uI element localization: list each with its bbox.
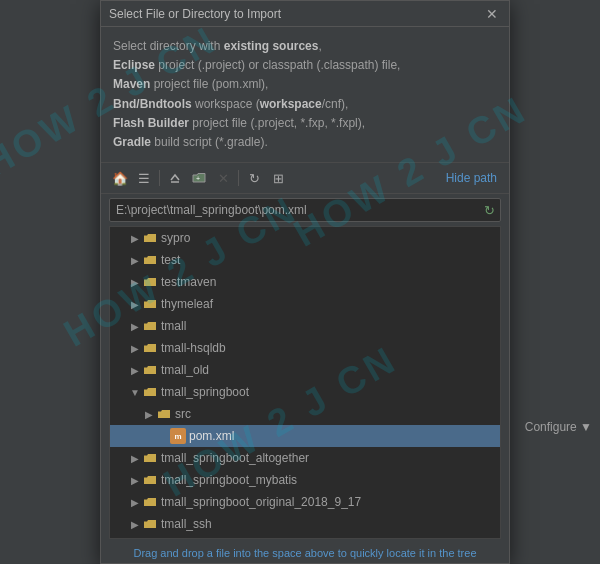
tree-item-thymeleaf[interactable]: ▶ thymeleaf: [110, 293, 500, 315]
tree-item-sypro[interactable]: ▶ sypro: [110, 227, 500, 249]
toolbar: 🏠 ☰ + ✕ ↻ ⊞ Hide path: [101, 163, 509, 194]
label-tmall: tmall: [161, 319, 186, 333]
path-bar: ↻: [109, 198, 501, 222]
arrow-pom-xml: [156, 429, 170, 443]
arrow-thymeleaf: ▶: [128, 297, 142, 311]
arrow-src: ▶: [142, 407, 156, 421]
svg-text:+: +: [196, 175, 200, 182]
arrow-testmaven: ▶: [128, 275, 142, 289]
tree-item-tmall-springboot-mybatis[interactable]: ▶ tmall_springboot_mybatis: [110, 469, 500, 491]
folder-icon-thymeleaf: [142, 296, 158, 312]
import-dialog: Select File or Directory to Import ✕ Sel…: [100, 0, 510, 564]
refresh-button[interactable]: ↻: [243, 167, 265, 189]
tree-item-tmall[interactable]: ▶ tmall: [110, 315, 500, 337]
tree-item-src[interactable]: ▶ src: [110, 403, 500, 425]
folder-icon-sypro: [142, 230, 158, 246]
folder-icon-test: [142, 252, 158, 268]
label-thymeleaf: thymeleaf: [161, 297, 213, 311]
new-folder-icon: +: [192, 172, 206, 184]
home-button[interactable]: 🏠: [109, 167, 131, 189]
tree-item-test[interactable]: ▶ test: [110, 249, 500, 271]
arrow-tmall-springboot-mybatis: ▶: [128, 473, 142, 487]
path-input[interactable]: [110, 200, 478, 220]
label-pom-xml: pom.xml: [189, 429, 234, 443]
arrow-tmall: ▶: [128, 319, 142, 333]
label-sypro: sypro: [161, 231, 190, 245]
arrow-tmall-springboot-original: ▶: [128, 495, 142, 509]
pom-file-icon: m: [170, 428, 186, 444]
folder-icon-tmall-springboot-original: [142, 494, 158, 510]
label-tmall-springboot-mybatis: tmall_springboot_mybatis: [161, 473, 297, 487]
folder-icon-testmaven: [142, 274, 158, 290]
close-button[interactable]: ✕: [483, 5, 501, 23]
label-test: test: [161, 253, 180, 267]
dialog-title: Select File or Directory to Import: [109, 7, 281, 21]
dialog-titlebar: Select File or Directory to Import ✕: [101, 1, 509, 27]
arrow-test: ▶: [128, 253, 142, 267]
tree-item-tmall-springboot-altogether[interactable]: ▶ tmall_springboot_altogether: [110, 447, 500, 469]
tree-item-tmall-ssh-hsqldb[interactable]: ▶ tmall_ssh_hsqldb: [110, 535, 500, 539]
label-tmall-springboot: tmall_springboot: [161, 385, 249, 399]
tree-item-tmall-springboot[interactable]: ▼ tmall_springboot: [110, 381, 500, 403]
status-bar: Drag and drop a file into the space abov…: [101, 543, 509, 563]
tree-item-tmall-springboot-original[interactable]: ▶ tmall_springboot_original_2018_9_17: [110, 491, 500, 513]
tree-item-pom-xml[interactable]: m pom.xml: [110, 425, 500, 447]
up-button[interactable]: [164, 167, 186, 189]
list-view-button[interactable]: ☰: [133, 167, 155, 189]
right-panel: Configure ▼: [510, 420, 600, 434]
tree-item-testmaven[interactable]: ▶ testmaven: [110, 271, 500, 293]
folder-icon-tmall: [142, 318, 158, 334]
toolbar-left: 🏠 ☰ + ✕ ↻ ⊞: [109, 167, 289, 189]
delete-button[interactable]: ✕: [212, 167, 234, 189]
grid-view-button[interactable]: ⊞: [267, 167, 289, 189]
folder-icon-tmall-springboot: [142, 384, 158, 400]
label-tmall-springboot-altogether: tmall_springboot_altogether: [161, 451, 309, 465]
separator-2: [238, 170, 239, 186]
folder-icon-tmall-springboot-mybatis: [142, 472, 158, 488]
folder-icon-tmall-ssh-hsqldb: [142, 538, 158, 539]
arrow-tmall-springboot: ▼: [128, 385, 142, 399]
folder-icon-src: [156, 406, 172, 422]
arrow-tmall-old: ▶: [128, 363, 142, 377]
label-testmaven: testmaven: [161, 275, 216, 289]
arrow-tmall-hsqldb: ▶: [128, 341, 142, 355]
label-tmall-old: tmall_old: [161, 363, 209, 377]
configure-button[interactable]: Configure ▼: [525, 420, 592, 434]
label-tmall-hsqldb: tmall-hsqldb: [161, 341, 226, 355]
hide-path-button[interactable]: Hide path: [442, 171, 501, 185]
arrow-sypro: ▶: [128, 231, 142, 245]
tree-item-tmall-hsqldb[interactable]: ▶ tmall-hsqldb: [110, 337, 500, 359]
up-icon: [169, 172, 181, 184]
separator-1: [159, 170, 160, 186]
folder-icon-tmall-ssh: [142, 516, 158, 532]
file-tree[interactable]: ▶ sypro ▶ test ▶ testmaven ▶: [109, 226, 501, 539]
tree-item-tmall-old[interactable]: ▶ tmall_old: [110, 359, 500, 381]
arrow-tmall-springboot-altogether: ▶: [128, 451, 142, 465]
folder-icon-tmall-hsqldb: [142, 340, 158, 356]
dialog-description: Select directory with existing sources, …: [101, 27, 509, 163]
folder-icon-tmall-springboot-altogether: [142, 450, 158, 466]
label-tmall-ssh: tmall_ssh: [161, 517, 212, 531]
label-tmall-springboot-original: tmall_springboot_original_2018_9_17: [161, 495, 361, 509]
arrow-tmall-ssh: ▶: [128, 517, 142, 531]
tree-item-tmall-ssh[interactable]: ▶ tmall_ssh: [110, 513, 500, 535]
folder-icon-tmall-old: [142, 362, 158, 378]
path-refresh-button[interactable]: ↻: [478, 199, 500, 221]
label-src: src: [175, 407, 191, 421]
new-folder-button[interactable]: +: [188, 167, 210, 189]
